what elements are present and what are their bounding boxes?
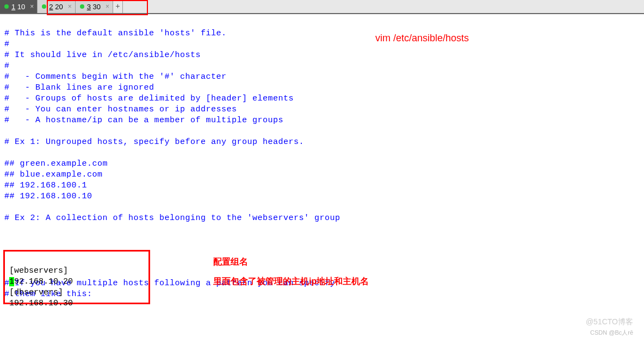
tab-label: 30: [93, 3, 101, 11]
close-icon[interactable]: ×: [68, 3, 72, 10]
group-header: [webservers]: [9, 266, 68, 275]
comment-line: # This is the default ansible 'hosts' fi…: [4, 29, 227, 38]
comment-line: ## blue.example.com: [4, 170, 103, 179]
comment-line: ## 192.168.100.1: [4, 181, 87, 190]
comment-line: # - Comments begin with the '#' characte…: [4, 72, 227, 81]
status-dot-icon: [42, 4, 46, 9]
host-entry: 192.168.10.30: [9, 299, 73, 308]
comment-line: #: [4, 61, 10, 71]
config-group-box: [webservers] 192.168.10.20 [dbservers] 1…: [3, 250, 150, 304]
annotation-note-2: 里面包含了被管理的主机ip地址和主机名: [213, 276, 369, 287]
comment-line: # - A hostname/ip can be a member of mul…: [4, 116, 283, 125]
comment-line: # Ex 1: Ungrouped hosts, specify before …: [4, 137, 304, 147]
tab-2[interactable]: 2 20 ×: [38, 0, 75, 13]
tab-num: 3: [87, 3, 91, 11]
tab-label: 10: [17, 3, 25, 11]
status-dot-icon: [4, 4, 9, 9]
tab-num: 1: [11, 3, 15, 11]
tab-num: 2: [49, 3, 53, 11]
cursor-position: 1: [9, 277, 14, 286]
comment-line: ## 192.168.100.10: [4, 192, 92, 201]
comment-line: # - Blank lines are ignored: [4, 83, 154, 92]
group-header: [dbservers]: [9, 288, 63, 297]
status-dot-icon: [80, 4, 84, 9]
comment-line: # Ex 2: A collection of hosts belonging …: [4, 214, 340, 223]
tab-1[interactable]: 1 10 ×: [0, 0, 38, 13]
tab-3[interactable]: 3 30 ×: [76, 0, 113, 13]
watermark: CSDN @Bc人rē: [590, 329, 633, 337]
comment-line: # - Groups of hosts are delimited by [he…: [4, 94, 294, 103]
comment-line: # It should live in /etc/ansible/hosts: [4, 51, 201, 60]
host-entry: 192.168.10.20: [9, 277, 73, 286]
close-icon[interactable]: ×: [106, 3, 109, 10]
comment-line: #: [4, 40, 10, 49]
comment-line: ## green.example.com: [4, 159, 108, 168]
annotation-command: vim /etc/ansible/hosts: [375, 33, 469, 44]
tab-bar: 1 10 × 2 20 × 3 30 × +: [0, 0, 644, 14]
tab-label: 20: [55, 3, 63, 11]
watermark: @51CTO博客: [586, 317, 633, 327]
annotation-note-1: 配置组名: [213, 256, 248, 268]
comment-line: # - You can enter hostnames or ip addres…: [4, 105, 237, 114]
close-icon[interactable]: ×: [30, 3, 34, 10]
new-tab-button[interactable]: +: [113, 0, 123, 13]
